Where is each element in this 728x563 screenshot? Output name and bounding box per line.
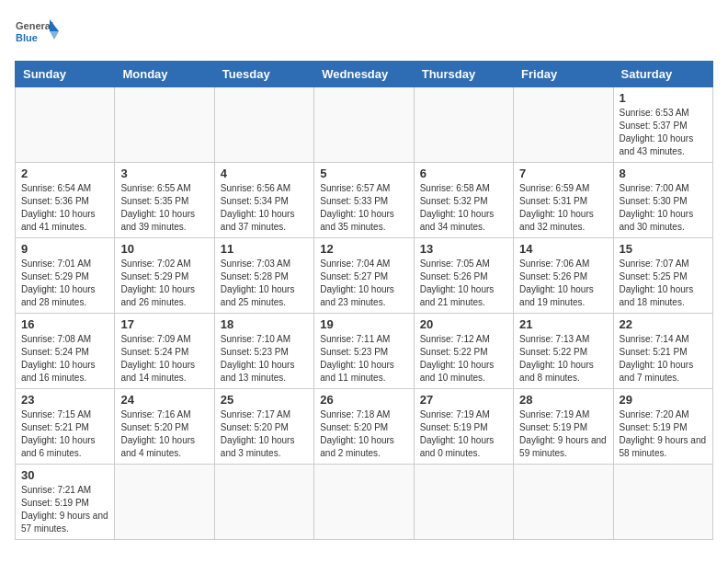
cell-date-number: 21 (519, 317, 607, 331)
calendar-cell: 7Sunrise: 6:59 AM Sunset: 5:31 PM Daylig… (514, 163, 613, 238)
calendar-cell: 2Sunrise: 6:54 AM Sunset: 5:36 PM Daylig… (16, 163, 115, 238)
calendar-cell: 18Sunrise: 7:10 AM Sunset: 5:23 PM Dayli… (214, 314, 313, 389)
calendar-cell: 5Sunrise: 6:57 AM Sunset: 5:33 PM Daylig… (314, 163, 414, 238)
cell-info-text: Sunrise: 6:58 AM Sunset: 5:32 PM Dayligh… (420, 182, 507, 234)
calendar-cell: 21Sunrise: 7:13 AM Sunset: 5:22 PM Dayli… (514, 314, 613, 389)
cell-info-text: Sunrise: 7:20 AM Sunset: 5:19 PM Dayligh… (620, 408, 707, 460)
cell-info-text: Sunrise: 7:04 AM Sunset: 5:27 PM Dayligh… (320, 258, 407, 309)
calendar-cell: 10Sunrise: 7:02 AM Sunset: 5:29 PM Dayli… (115, 238, 214, 314)
calendar-cell (115, 465, 214, 540)
calendar-cell: 30Sunrise: 7:21 AM Sunset: 5:19 PM Dayli… (16, 465, 115, 540)
cell-info-text: Sunrise: 6:53 AM Sunset: 5:37 PM Dayligh… (620, 107, 707, 158)
day-header-tuesday: Tuesday (214, 62, 313, 87)
day-header-sunday: Sunday (16, 62, 115, 87)
calendar-cell (214, 87, 313, 163)
day-header-wednesday: Wednesday (314, 62, 414, 87)
cell-date-number: 5 (320, 167, 407, 180)
cell-date-number: 12 (320, 242, 407, 256)
cell-info-text: Sunrise: 6:54 AM Sunset: 5:36 PM Dayligh… (21, 182, 108, 234)
cell-date-number: 6 (420, 167, 507, 180)
cell-date-number: 27 (420, 393, 507, 407)
cell-info-text: Sunrise: 7:21 AM Sunset: 5:19 PM Dayligh… (21, 484, 108, 535)
day-header-monday: Monday (115, 62, 214, 87)
calendar-cell: 3Sunrise: 6:55 AM Sunset: 5:35 PM Daylig… (115, 163, 214, 238)
calendar-cell: 14Sunrise: 7:06 AM Sunset: 5:26 PM Dayli… (514, 238, 613, 314)
svg-text:Blue: Blue (16, 32, 38, 43)
calendar-cell: 6Sunrise: 6:58 AM Sunset: 5:32 PM Daylig… (414, 163, 513, 238)
cell-date-number: 15 (620, 242, 707, 256)
cell-info-text: Sunrise: 7:16 AM Sunset: 5:20 PM Dayligh… (120, 408, 208, 460)
calendar-cell (314, 87, 414, 163)
calendar-cell: 22Sunrise: 7:14 AM Sunset: 5:21 PM Dayli… (613, 314, 712, 389)
calendar-week-6: 30Sunrise: 7:21 AM Sunset: 5:19 PM Dayli… (16, 465, 713, 540)
logo: General Blue (15, 15, 61, 52)
cell-info-text: Sunrise: 6:57 AM Sunset: 5:33 PM Dayligh… (320, 182, 407, 234)
cell-info-text: Sunrise: 7:15 AM Sunset: 5:21 PM Dayligh… (21, 408, 108, 460)
calendar-cell (514, 87, 613, 163)
cell-date-number: 11 (221, 242, 308, 256)
cell-date-number: 23 (21, 393, 108, 407)
cell-date-number: 16 (21, 317, 108, 331)
calendar-cell (613, 465, 712, 540)
calendar-cell: 17Sunrise: 7:09 AM Sunset: 5:24 PM Dayli… (115, 314, 214, 389)
cell-date-number: 10 (120, 242, 208, 256)
cell-info-text: Sunrise: 7:02 AM Sunset: 5:29 PM Dayligh… (120, 258, 208, 309)
cell-date-number: 2 (21, 167, 108, 180)
cell-info-text: Sunrise: 7:18 AM Sunset: 5:20 PM Dayligh… (320, 408, 407, 460)
cell-info-text: Sunrise: 7:07 AM Sunset: 5:25 PM Dayligh… (620, 258, 707, 309)
cell-date-number: 8 (620, 167, 707, 180)
cell-info-text: Sunrise: 7:08 AM Sunset: 5:24 PM Dayligh… (21, 333, 108, 385)
cell-info-text: Sunrise: 7:13 AM Sunset: 5:22 PM Dayligh… (519, 333, 607, 385)
cell-date-number: 20 (420, 317, 507, 331)
cell-info-text: Sunrise: 7:12 AM Sunset: 5:22 PM Dayligh… (420, 333, 507, 385)
logo-svg: General Blue (15, 15, 61, 52)
calendar-cell: 1Sunrise: 6:53 AM Sunset: 5:37 PM Daylig… (613, 87, 712, 163)
calendar-cell: 4Sunrise: 6:56 AM Sunset: 5:34 PM Daylig… (214, 163, 313, 238)
calendar-cell: 28Sunrise: 7:19 AM Sunset: 5:19 PM Dayli… (514, 389, 613, 465)
cell-info-text: Sunrise: 7:09 AM Sunset: 5:24 PM Dayligh… (120, 333, 208, 385)
calendar-week-3: 9Sunrise: 7:01 AM Sunset: 5:29 PM Daylig… (16, 238, 713, 314)
calendar-cell: 19Sunrise: 7:11 AM Sunset: 5:23 PM Dayli… (314, 314, 414, 389)
calendar-cell: 23Sunrise: 7:15 AM Sunset: 5:21 PM Dayli… (16, 389, 115, 465)
calendar-cell: 11Sunrise: 7:03 AM Sunset: 5:28 PM Dayli… (214, 238, 313, 314)
calendar-cell: 27Sunrise: 7:19 AM Sunset: 5:19 PM Dayli… (414, 389, 513, 465)
cell-info-text: Sunrise: 7:10 AM Sunset: 5:23 PM Dayligh… (221, 333, 308, 385)
cell-info-text: Sunrise: 7:14 AM Sunset: 5:21 PM Dayligh… (620, 333, 707, 385)
cell-date-number: 22 (620, 317, 707, 331)
cell-date-number: 17 (120, 317, 208, 331)
calendar-cell: 29Sunrise: 7:20 AM Sunset: 5:19 PM Dayli… (613, 389, 712, 465)
cell-date-number: 24 (120, 393, 208, 407)
cell-info-text: Sunrise: 6:59 AM Sunset: 5:31 PM Dayligh… (519, 182, 607, 234)
cell-date-number: 29 (620, 393, 707, 407)
cell-info-text: Sunrise: 7:19 AM Sunset: 5:19 PM Dayligh… (519, 408, 607, 460)
calendar-week-4: 16Sunrise: 7:08 AM Sunset: 5:24 PM Dayli… (16, 314, 713, 389)
cell-date-number: 3 (120, 167, 208, 180)
calendar-cell: 8Sunrise: 7:00 AM Sunset: 5:30 PM Daylig… (613, 163, 712, 238)
cell-date-number: 26 (320, 393, 407, 407)
cell-info-text: Sunrise: 7:00 AM Sunset: 5:30 PM Dayligh… (620, 182, 707, 234)
cell-date-number: 4 (221, 167, 308, 180)
calendar-cell: 15Sunrise: 7:07 AM Sunset: 5:25 PM Dayli… (613, 238, 712, 314)
calendar-table: SundayMondayTuesdayWednesdayThursdayFrid… (15, 61, 713, 540)
cell-info-text: Sunrise: 7:03 AM Sunset: 5:28 PM Dayligh… (221, 258, 308, 309)
cell-info-text: Sunrise: 6:56 AM Sunset: 5:34 PM Dayligh… (221, 182, 308, 234)
cell-date-number: 13 (420, 242, 507, 256)
header: General Blue (15, 15, 713, 52)
day-header-thursday: Thursday (414, 62, 513, 87)
cell-date-number: 28 (519, 393, 607, 407)
cell-date-number: 25 (221, 393, 308, 407)
cell-info-text: Sunrise: 7:19 AM Sunset: 5:19 PM Dayligh… (420, 408, 507, 460)
day-header-saturday: Saturday (613, 62, 712, 87)
cell-info-text: Sunrise: 7:17 AM Sunset: 5:20 PM Dayligh… (221, 408, 308, 460)
cell-date-number: 1 (620, 91, 707, 105)
calendar-cell: 25Sunrise: 7:17 AM Sunset: 5:20 PM Dayli… (214, 389, 313, 465)
calendar-cell (115, 87, 214, 163)
calendar-cell: 26Sunrise: 7:18 AM Sunset: 5:20 PM Dayli… (314, 389, 414, 465)
cell-date-number: 7 (519, 167, 607, 180)
calendar-week-2: 2Sunrise: 6:54 AM Sunset: 5:36 PM Daylig… (16, 163, 713, 238)
calendar-cell: 9Sunrise: 7:01 AM Sunset: 5:29 PM Daylig… (16, 238, 115, 314)
cell-info-text: Sunrise: 7:05 AM Sunset: 5:26 PM Dayligh… (420, 258, 507, 309)
cell-date-number: 30 (21, 468, 108, 482)
calendar-week-1: 1Sunrise: 6:53 AM Sunset: 5:37 PM Daylig… (16, 87, 713, 163)
cell-info-text: Sunrise: 7:01 AM Sunset: 5:29 PM Dayligh… (21, 258, 108, 309)
